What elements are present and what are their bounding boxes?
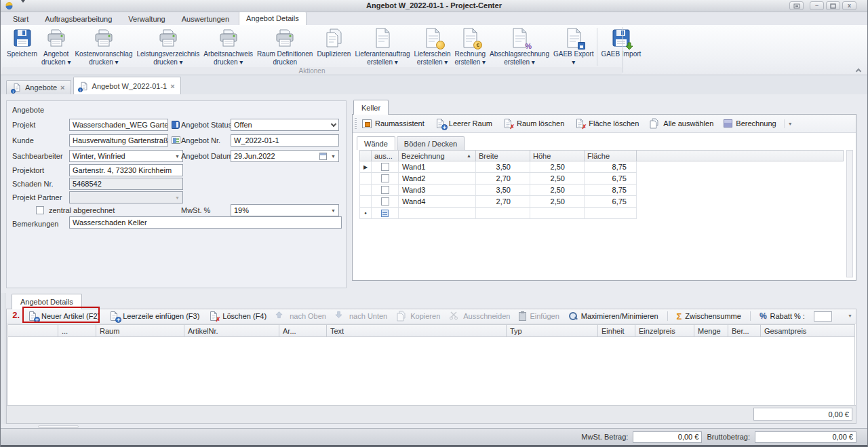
document-info-icon: i [12,82,22,93]
col-ar[interactable]: Ar... [279,325,327,336]
vertical-scrollbar-track[interactable] [846,150,853,277]
doc-tab-angebote[interactable]: i Angebote × [6,80,71,94]
row-checkbox[interactable] [381,186,389,194]
projektort-input[interactable]: Gartenstr. 4, 73230 Kirchheim [69,164,183,176]
loeschen-button[interactable]: ✗ Löschen (F4) [208,311,267,322]
bruttobetrag-label: Bruttobetrag: [707,433,750,441]
kopieren-button[interactable]: Kopieren [396,311,440,322]
lieferantenauftrag-erstellen-button[interactable]: Lieferantenauftrag erstellen ▾ [353,26,412,67]
tab-boeden-decken[interactable]: Böden / Decken [397,136,465,150]
col-menge[interactable]: Menge [694,325,728,336]
col-dots[interactable]: ... [58,325,96,336]
table-row[interactable]: Wand4 2,70 2,50 6,75 [359,196,637,208]
doc-tab-angebot-w-2022-01-1[interactable]: i Angebot W_2022-01-1 × [73,77,181,94]
col-breite[interactable]: Breite [476,151,530,161]
speichern-button[interactable]: Speichern [5,26,39,59]
raum-definitionen-drucken-button[interactable]: Raum Definitionen drucken [255,26,315,67]
col-flaeche[interactable]: Fläche [585,151,637,161]
angebot-status-select[interactable]: Offen [231,119,339,131]
projekt-partner-combobox[interactable]: ▼ [69,191,183,203]
toolbar-grip[interactable] [355,118,357,129]
rechnung-erstellen-button[interactable]: € Rechnung erstellen ▾ [453,26,488,67]
col-einheit[interactable]: Einheit [598,325,635,336]
duplizieren-button[interactable]: Duplizieren [315,26,353,59]
bemerkungen-input[interactable]: Wasserschaden Keller [69,216,342,229]
row-checkbox[interactable] [381,197,389,206]
alle-auswaehlen-button[interactable]: Alle auswählen [649,118,713,129]
gaeb-import-button[interactable]: GAEB Import [599,26,643,59]
ribbon-tab-verwaltung[interactable]: Verwaltung [121,13,172,25]
row-cell-aus[interactable] [372,184,399,196]
arbeitsnachweis-drucken-button[interactable]: Arbeitsnachweis drucken ▾ [201,26,255,67]
lieferschein-erstellen-button[interactable]: Lieferschein erstellen ▾ [412,26,453,67]
new-row-cell-aus[interactable] [372,208,399,219]
keller-tab[interactable]: Keller [353,100,389,115]
angebot-drucken-button[interactable]: Angebot drucken ▾ [39,26,73,67]
ribbon-tab-start[interactable]: Start [6,13,35,25]
ribbon-tab-angebot-details[interactable]: Angebot Details [239,12,307,25]
kostenvoranschlag-drucken-button[interactable]: Kostenvoranschlag drucken ▾ [73,26,134,67]
berechnung-button[interactable]: Berechnung [724,119,776,128]
table-row[interactable]: Wand3 3,50 2,50 8,75 [359,184,637,196]
row-cell-aus[interactable] [372,173,399,184]
abschlagsrechnung-erstellen-button[interactable]: % Abschlagsrechnung erstellen ▾ [488,26,551,67]
customer-card-icon[interactable] [172,136,180,144]
minimize-button[interactable]: – [810,1,824,10]
mwst-combobox[interactable]: 19%▼ [231,204,339,216]
col-gesamtpreis[interactable]: Gesamtpreis [761,325,854,336]
projekt-combobox[interactable]: Wasserschaden_WEG Garte...▼ [69,119,168,131]
col-ber[interactable]: Ber... [728,325,761,336]
ribbon-tab-auswertungen[interactable]: Auswertungen [175,13,236,25]
angebot-nr-input[interactable]: W_2022-01-1 [231,134,339,147]
table-row[interactable]: ▶ Wand1 3,50 2,50 8,75 [359,161,637,173]
flaeche-loeschen-button[interactable]: ✗ Fläche löschen [574,118,639,129]
row-cell-aus[interactable] [372,196,399,208]
col-aus[interactable]: aus... [372,151,399,161]
sachbearbeiter-label: Sachbearbeiter [12,150,63,162]
tab-waende[interactable]: Wände [357,136,395,150]
details-table-body[interactable] [7,337,855,406]
close-button[interactable]: x [842,1,856,10]
col-hoehe[interactable]: Höhe [530,151,585,161]
maximize-button[interactable] [826,1,840,10]
leerer-raum-button[interactable]: + Leerer Raum [435,118,492,129]
zwischensumme-button[interactable]: Σ Zwischensumme [677,312,741,321]
raumassistent-button[interactable]: Raumassistent [362,119,425,128]
col-bezeichnung[interactable]: Bezeichnung ▲ [399,151,476,161]
kunde-combobox[interactable]: Hausverwaltung Gartenstraße▼ [69,134,168,147]
toolbar-overflow-caret-icon[interactable]: ▼ [848,313,852,318]
nach-oben-button[interactable]: nach Oben [275,311,326,322]
row-checkbox[interactable] [381,174,389,182]
einfuegen-button[interactable]: Einfügen [519,312,559,321]
gaeb-export-button[interactable]: GAEB Export ▾ [551,26,595,67]
raum-loeschen-button[interactable]: ✗ Raum löschen [502,118,564,129]
col-text[interactable]: Text [327,325,507,336]
angebot-details-tab[interactable]: Angebot Details [12,294,82,309]
neuer-artikel-button[interactable]: + Neuer Artikel (F2) [27,311,100,322]
schaden-nr-input[interactable]: 5468542 [69,178,183,190]
fullscreen-button[interactable] [789,1,804,10]
leerzeile-einfuegen-button[interactable]: + Leerzeile einfügen (F3) [108,311,199,322]
close-tab-icon[interactable]: × [170,82,174,90]
project-book-icon[interactable] [172,121,180,129]
maximieren-minimieren-button[interactable]: Maximieren/Minimieren [568,311,658,321]
toolbar-overflow-caret-icon[interactable]: ▼ [784,119,796,128]
zentral-abgerechnet-checkbox[interactable] [36,206,44,214]
nach-unten-button[interactable]: nach Unten [335,311,387,322]
angebot-datum-picker[interactable]: 29.Jun.2022 ▼ [231,150,339,162]
ausschneiden-button[interactable]: Ausschneiden [449,311,510,322]
new-row[interactable]: ● [359,208,637,219]
close-tab-icon[interactable]: × [60,83,64,92]
table-row[interactable]: Wand2 2,70 2,50 6,75 [359,173,637,184]
leistungsverzeichnis-drucken-button[interactable]: Leistungsverzeichnis drucken ▾ [134,26,201,67]
row-cell-aus[interactable] [372,161,399,173]
ribbon-tab-auftragsbearbeitung[interactable]: Auftragsbearbeitung [38,13,119,25]
col-einzelpreis[interactable]: Einzelpreis [635,325,694,336]
rabatt-input[interactable] [814,311,832,322]
sachbearbeiter-combobox[interactable]: Winter, Winfried▼ [69,150,183,162]
col-artikelnr[interactable]: ArtikelNr. [184,325,279,336]
groupbox-title: Angebote [12,104,44,116]
col-typ[interactable]: Typ [507,325,598,336]
row-checkbox[interactable] [381,163,389,171]
col-raum[interactable]: Raum [96,325,184,336]
